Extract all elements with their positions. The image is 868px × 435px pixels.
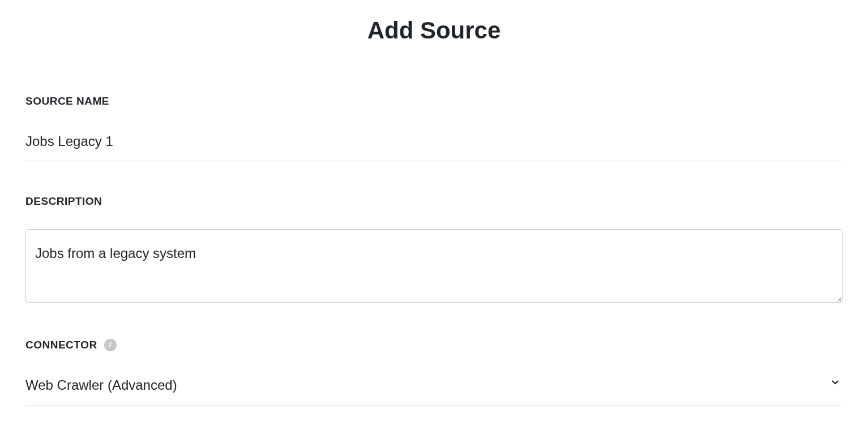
connector-select[interactable]: Web Crawler (Advanced) — [25, 373, 843, 406]
description-label: DESCRIPTION — [25, 195, 843, 208]
page-title: Add Source — [25, 17, 843, 44]
chevron-down-icon — [830, 377, 840, 390]
info-icon[interactable]: i — [104, 339, 117, 351]
description-field-group: DESCRIPTION — [25, 195, 843, 305]
connector-field-group: CONNECTOR i Web Crawler (Advanced) — [25, 339, 843, 406]
description-textarea[interactable] — [25, 229, 843, 303]
source-name-label: SOURCE NAME — [25, 95, 843, 107]
connector-label: CONNECTOR — [25, 339, 97, 351]
connector-selected-value: Web Crawler (Advanced) — [25, 373, 843, 406]
source-name-input[interactable] — [25, 129, 843, 161]
connector-label-row: CONNECTOR i — [25, 339, 843, 351]
source-name-field-group: SOURCE NAME — [25, 95, 843, 161]
